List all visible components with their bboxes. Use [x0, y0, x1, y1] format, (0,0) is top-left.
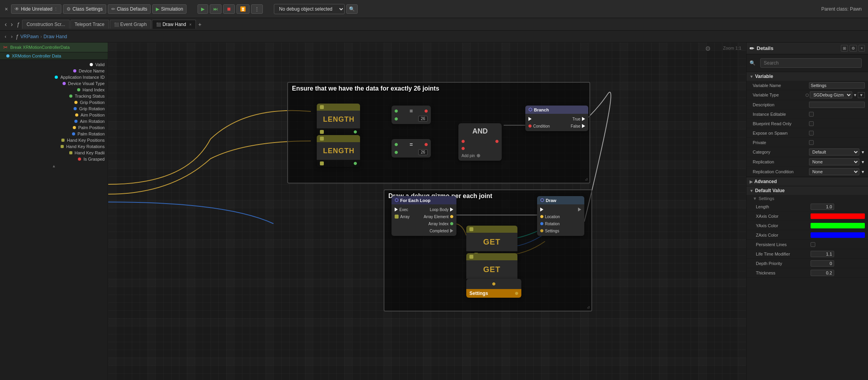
- more-icon: ⋮: [255, 6, 259, 12]
- variable-name-input[interactable]: [809, 82, 865, 89]
- canvas[interactable]: Zoom 1:1 ⚙ Ensure that we have the data …: [108, 43, 746, 380]
- canvas-settings-icon[interactable]: ⚙: [705, 45, 711, 52]
- details-grid-btn[interactable]: ⊞: [841, 45, 848, 52]
- zaxis-color-swatch[interactable]: [811, 232, 865, 238]
- bc-sep: ›: [40, 34, 42, 39]
- type-icon: ⬡: [805, 93, 809, 97]
- out-pin: [495, 140, 499, 143]
- add-pin-btn[interactable]: Add pin ⊕: [458, 152, 502, 159]
- class-defaults-icon: ✏: [111, 6, 115, 12]
- pin-dot: [69, 151, 72, 154]
- tab-nav-right[interactable]: ›: [9, 20, 14, 29]
- sub-section-settings[interactable]: ▼ Settings: [746, 195, 868, 202]
- in-pin: [395, 109, 398, 113]
- simulation-button[interactable]: ▶ Simulation: [152, 4, 187, 14]
- replication-select[interactable]: None: [809, 158, 860, 165]
- pin-device-visual: Device Visual Type: [0, 80, 108, 87]
- settings-node[interactable]: Settings: [466, 279, 521, 298]
- pin-label: Valid: [95, 62, 105, 67]
- yaxis-color-swatch[interactable]: [811, 223, 865, 228]
- persistent-lines-checkbox[interactable]: [811, 242, 815, 247]
- section-default-value[interactable]: ▼ Default Value: [746, 186, 868, 195]
- in-pin-1: [462, 140, 465, 143]
- debug-object-select[interactable]: No debug object selected: [274, 4, 345, 14]
- exec-out: [578, 208, 581, 211]
- pin-dot: [73, 126, 76, 129]
- length-node-2[interactable]: LENGTH: [317, 135, 360, 167]
- resize-2[interactable]: ⊿: [587, 305, 590, 309]
- search-input[interactable]: [760, 58, 862, 68]
- stop-icon: ⏹: [227, 6, 231, 12]
- tab-teleport-trace[interactable]: Teleport Trace: [70, 20, 109, 29]
- resize-1[interactable]: ⊿: [585, 177, 588, 181]
- eq-node-2[interactable]: = 26: [392, 139, 431, 158]
- stop-button[interactable]: ⏹: [223, 4, 235, 14]
- function-icon: ƒ: [15, 21, 22, 28]
- description-input[interactable]: [809, 102, 865, 108]
- debug-icon-button[interactable]: 🔍: [346, 4, 358, 14]
- pin-dot: [72, 132, 75, 135]
- thickness-input[interactable]: [811, 270, 834, 276]
- collapse-button[interactable]: ▲: [0, 162, 108, 170]
- pin-is-grasped: Is Grasped: [0, 156, 108, 162]
- type-ref-btn[interactable]: ▼: [858, 92, 865, 98]
- branch-node[interactable]: ⬡ Branch True Condit: [525, 106, 588, 131]
- eq-value-1[interactable]: 26: [418, 116, 428, 122]
- xaxis-color-swatch[interactable]: [811, 213, 865, 219]
- eq-node-1[interactable]: = 26: [392, 106, 431, 124]
- bc-draw-hand[interactable]: Draw Hand: [43, 34, 67, 39]
- class-settings-button[interactable]: ⚙ Class Settings: [63, 4, 106, 14]
- settings-pin-icon: [492, 282, 495, 285]
- step-button[interactable]: ⏭: [210, 4, 222, 14]
- bc-forward[interactable]: ›: [9, 33, 14, 40]
- details-close-btn[interactable]: ×: [859, 45, 865, 52]
- tab-close[interactable]: ×: [189, 22, 192, 27]
- tab-draw-hand[interactable]: ⬛ Draw Hand ×: [152, 20, 196, 29]
- pin-grip-rot: Grip Rotation: [0, 106, 108, 112]
- instance-editable-checkbox[interactable]: [809, 112, 814, 117]
- class-defaults-button[interactable]: ✏ Class Defaults: [108, 4, 151, 14]
- details-settings-btn[interactable]: ⚙: [850, 45, 857, 52]
- play-button[interactable]: ▶: [198, 4, 208, 14]
- blueprint-readonly-checkbox[interactable]: [809, 121, 814, 126]
- pin-aim-rot: Aim Rotation: [0, 118, 108, 124]
- and-node[interactable]: AND Add pin ⊕: [458, 123, 502, 161]
- settings-pin: [540, 229, 543, 232]
- category-select[interactable]: Default: [809, 148, 860, 156]
- foreach-icon: ⬡: [395, 198, 399, 203]
- more-button[interactable]: ⋮: [251, 4, 263, 14]
- prop-persistent-lines: Persistent Lines: [746, 240, 868, 249]
- private-checkbox[interactable]: [809, 140, 814, 145]
- pin-label: Grip Rotation: [79, 106, 105, 111]
- tab-close-icon[interactable]: ×: [3, 6, 9, 12]
- pin-label: Device Name: [79, 69, 105, 73]
- tab-add[interactable]: +: [197, 20, 203, 28]
- section-advanced[interactable]: ▶ Advanced: [746, 177, 868, 186]
- replication-condition-select[interactable]: None: [809, 168, 860, 175]
- step-back-button[interactable]: ⏫: [236, 4, 249, 14]
- bc-back[interactable]: ‹: [3, 33, 8, 40]
- array-idx-pin: [450, 222, 453, 225]
- variable-type-select[interactable]: SGDebug Gizm: [810, 91, 852, 98]
- lifetime-input[interactable]: [811, 251, 834, 257]
- length-label-1: LENGTH: [317, 112, 360, 127]
- section-variable[interactable]: ▼ Variable: [746, 72, 868, 81]
- depth-input[interactable]: [811, 260, 834, 267]
- array-pin: [320, 130, 324, 134]
- eq-value-2[interactable]: 26: [418, 149, 428, 155]
- draw-node[interactable]: ⬡ Draw Location: [537, 196, 584, 236]
- hide-unrelated-button[interactable]: 👁 Hide Unrelated ⋮: [11, 4, 61, 14]
- tab-event-graph[interactable]: ⬛ Event Graph: [110, 20, 151, 29]
- prop-yaxis-color: YAxis Color: [746, 221, 868, 230]
- prop-length: Length: [746, 202, 868, 211]
- pin-label: Tracking Status: [75, 94, 105, 98]
- prop-private: Private: [746, 138, 868, 147]
- foreach-label: For Each Loop: [400, 198, 430, 203]
- length-input[interactable]: [811, 204, 834, 210]
- tab-nav-left[interactable]: ‹: [3, 20, 8, 29]
- tab-construction-script[interactable]: Construction Scr...: [22, 20, 69, 29]
- length-node-1[interactable]: LENGTH: [317, 104, 360, 135]
- bc-vrpawn[interactable]: VRPawn: [20, 34, 39, 39]
- expose-on-spawn-checkbox[interactable]: [809, 131, 814, 135]
- foreach-node[interactable]: ⬡ For Each Loop Exec Loop Body: [392, 196, 456, 236]
